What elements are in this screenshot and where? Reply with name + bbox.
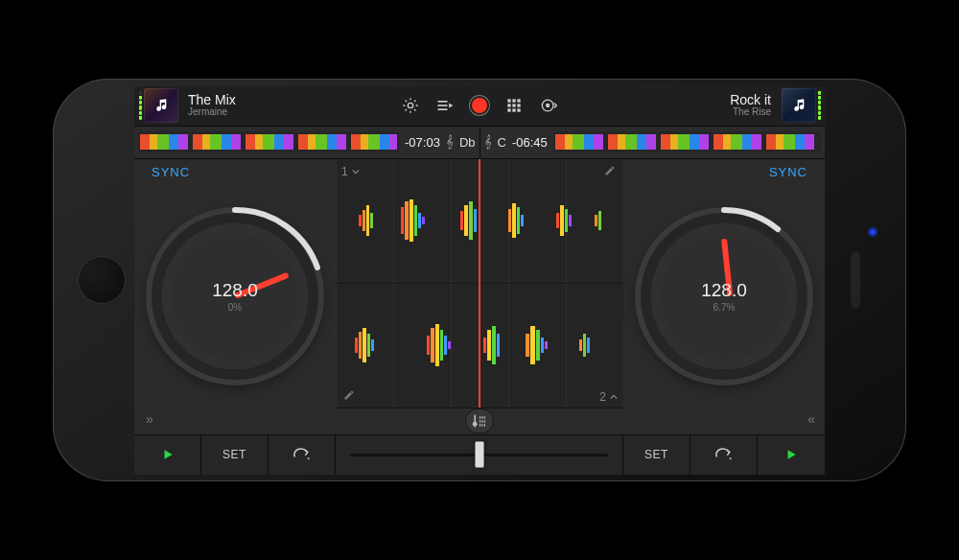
svg-rect-18 xyxy=(366,205,369,236)
play-icon xyxy=(161,448,175,461)
svg-rect-22 xyxy=(409,199,413,242)
svg-rect-61 xyxy=(583,334,586,357)
svg-rect-44 xyxy=(371,339,374,351)
svg-rect-12 xyxy=(517,108,520,111)
waveform-area[interactable]: 1 xyxy=(336,159,623,434)
svg-rect-9 xyxy=(517,104,520,106)
crossfader[interactable] xyxy=(336,435,623,475)
settings-button[interactable] xyxy=(398,93,423,118)
key-right: C xyxy=(498,135,506,150)
overview-waveform-left[interactable] xyxy=(138,131,399,152)
grid-icon xyxy=(504,96,524,115)
disc-icon xyxy=(539,96,558,115)
pitch-left: 0% xyxy=(212,302,258,313)
play-button-left[interactable] xyxy=(134,435,201,475)
overview-waveform-right[interactable] xyxy=(553,131,821,152)
time-remaining-left: -07:03 xyxy=(405,135,440,150)
music-icon xyxy=(791,98,807,113)
loop-button-right[interactable] xyxy=(690,435,758,475)
fader-icon xyxy=(472,414,487,428)
sync-button-left[interactable]: SYNC xyxy=(152,165,190,179)
key-left: Db xyxy=(459,135,476,150)
svg-point-14 xyxy=(547,105,550,107)
svg-rect-53 xyxy=(492,326,496,364)
jog-wheel-right[interactable]: 128.0 6.7% xyxy=(638,210,810,383)
play-button-right[interactable] xyxy=(758,435,825,475)
svg-rect-20 xyxy=(401,207,404,234)
track-title-right: Rock it xyxy=(574,93,771,106)
svg-rect-24 xyxy=(418,213,421,228)
automix-button[interactable] xyxy=(536,93,561,118)
vu-meter-right xyxy=(818,91,821,120)
playhead-icon xyxy=(479,159,480,408)
svg-rect-6 xyxy=(517,99,520,102)
time-remaining-right: -06:45 xyxy=(512,135,548,150)
phone-camera xyxy=(868,227,877,237)
svg-rect-42 xyxy=(363,328,366,362)
svg-rect-29 xyxy=(474,209,477,232)
svg-rect-11 xyxy=(512,108,515,111)
svg-point-0 xyxy=(408,103,412,107)
panel-expand-left[interactable]: » xyxy=(146,411,152,427)
app-screen: The Mix Jermaine xyxy=(134,86,825,475)
phone-frame: The Mix Jermaine xyxy=(53,79,906,481)
svg-rect-49 xyxy=(444,336,447,355)
pitch-right: 6.7% xyxy=(701,302,747,313)
deck-area: SYNC SYNC » « 128.0 0% xyxy=(134,159,825,434)
queue-button[interactable] xyxy=(433,93,457,118)
clef-icon: 𝄞 xyxy=(446,134,454,150)
cue-set-button-left[interactable]: SET xyxy=(201,435,269,475)
svg-rect-72 xyxy=(481,424,482,426)
svg-rect-51 xyxy=(483,338,486,353)
svg-rect-54 xyxy=(497,334,500,357)
phone-speaker xyxy=(851,251,860,309)
svg-rect-43 xyxy=(367,334,370,357)
track-info-left[interactable]: The Mix Jermaine xyxy=(180,89,392,122)
loop-icon xyxy=(292,448,312,461)
svg-point-75 xyxy=(307,457,309,459)
cue-set-button-right[interactable]: SET xyxy=(623,435,690,475)
svg-rect-47 xyxy=(435,324,439,366)
library-button-left[interactable] xyxy=(144,88,178,123)
svg-rect-55 xyxy=(526,334,529,357)
record-button[interactable] xyxy=(467,93,492,118)
svg-rect-57 xyxy=(536,330,540,361)
record-icon xyxy=(472,98,487,113)
svg-rect-39 xyxy=(598,211,601,230)
sync-button-right[interactable]: SYNC xyxy=(769,165,807,179)
track-info-right[interactable]: Rock it The Rise xyxy=(567,89,779,122)
panel-expand-right[interactable]: « xyxy=(807,411,813,427)
library-button-right[interactable] xyxy=(782,88,816,123)
jog-wheel-left[interactable]: 128.0 0% xyxy=(149,210,321,383)
crossfader-knob[interactable] xyxy=(475,441,484,468)
svg-rect-10 xyxy=(507,108,510,111)
svg-point-76 xyxy=(729,457,731,459)
loop-button-left[interactable] xyxy=(269,435,336,475)
svg-rect-70 xyxy=(484,420,485,422)
svg-rect-73 xyxy=(484,424,485,426)
toolbar xyxy=(392,93,567,118)
svg-rect-38 xyxy=(595,215,597,226)
svg-rect-2 xyxy=(438,105,448,106)
svg-rect-45 xyxy=(427,336,430,355)
mix-mode-button[interactable] xyxy=(466,409,493,432)
svg-rect-40 xyxy=(355,338,358,353)
music-icon xyxy=(153,98,169,113)
pads-button[interactable] xyxy=(502,93,526,118)
overview-row: -07:03 𝄞 Db -06:45 C 𝄞 xyxy=(134,127,825,159)
play-icon xyxy=(784,448,798,461)
svg-rect-56 xyxy=(530,326,535,364)
track-artist-right: The Rise xyxy=(574,106,771,118)
svg-rect-4 xyxy=(507,99,510,102)
svg-rect-37 xyxy=(569,215,572,226)
track-title-left: The Mix xyxy=(188,93,385,106)
svg-rect-25 xyxy=(422,217,425,224)
svg-rect-3 xyxy=(438,108,448,110)
home-button[interactable] xyxy=(78,256,126,304)
svg-rect-67 xyxy=(484,416,485,418)
svg-rect-16 xyxy=(359,215,362,226)
svg-rect-65 xyxy=(480,416,480,418)
svg-rect-19 xyxy=(370,213,373,228)
svg-rect-5 xyxy=(512,99,515,102)
svg-rect-62 xyxy=(587,338,590,353)
